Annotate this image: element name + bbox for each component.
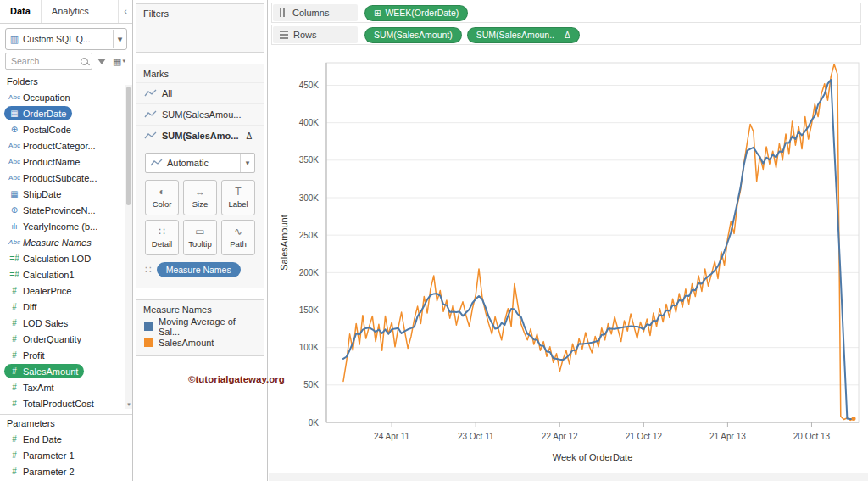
legend-item-salesamount[interactable]: SalesAmount [136, 334, 264, 350]
marks-card-item-sum-salesamo[interactable]: SUM(SalesAmo...Δ [136, 125, 264, 146]
marks-button-size[interactable]: ↔Size [183, 180, 217, 215]
field-measure-names[interactable]: AbcMeasure Names [0, 234, 132, 250]
field-yearlyincome-b[interactable]: ılıYearlyIncome (b... [0, 218, 132, 234]
salesamount-line[interactable] [343, 64, 854, 421]
columns-label-text: Columns [292, 8, 329, 18]
field-end-date[interactable]: #End Date [0, 431, 132, 447]
field-profit[interactable]: #Profit [0, 347, 132, 363]
data-pane: Data Analytics ‹ ▥ Custom SQL Q... ▾ ▦▾ … [0, 0, 133, 481]
marks-button-path[interactable]: ∿Path [221, 220, 255, 255]
pill-label: SUM(SalesAmount) [374, 30, 453, 40]
field-list: AbcOccupation▦OrderDate⊕PostalCodeAbcPro… [0, 89, 132, 411]
field-postalcode[interactable]: ⊕PostalCode [0, 121, 132, 137]
marks-button-detail[interactable]: ∷Detail [145, 220, 179, 255]
filters-card[interactable]: Filters [136, 3, 264, 53]
legend-item-moving-average-of-sal[interactable]: Moving Average of Sal... [136, 318, 264, 334]
filters-title: Filters [136, 4, 264, 22]
horizontal-scrollbar[interactable] [269, 473, 868, 481]
marks-item-label: All [162, 88, 172, 98]
marks-button-tooltip[interactable]: ▭Tooltip [183, 220, 217, 255]
search-input[interactable] [9, 55, 81, 67]
field-parameter-2[interactable]: #Parameter 2 [0, 463, 132, 479]
field-label: LOD Sales [23, 318, 68, 328]
datasource-caret-icon[interactable]: ▾ [113, 30, 126, 48]
y-tick-label: 250K [299, 231, 320, 240]
mark-type-caret-icon[interactable]: ▾ [240, 154, 254, 172]
field-lod-sales[interactable]: #LOD Sales [0, 315, 132, 331]
tab-analytics[interactable]: Analytics [41, 0, 118, 23]
search-icon [81, 58, 88, 65]
field-label: StateProvinceN... [23, 205, 96, 215]
color-icon: ◐ [159, 187, 164, 198]
moving-average-line[interactable] [343, 80, 854, 419]
field-diff[interactable]: #Diff [0, 299, 132, 315]
globe-icon: ⊕ [6, 205, 23, 215]
field-dealerprice[interactable]: #DealerPrice [0, 282, 132, 299]
field-calculation1[interactable]: =#Calculation1 [0, 266, 132, 282]
scrollbar-thumb[interactable] [126, 87, 131, 205]
datasource-icon: ▥ [6, 34, 23, 45]
field-orderdate[interactable]: ▦OrderDate [0, 105, 132, 121]
detail-icon: ∷ [159, 227, 165, 238]
marks-button-label: Size [192, 199, 208, 209]
marks-button-label[interactable]: TLabel [221, 180, 255, 215]
field-label: Calculation LOD [23, 254, 91, 264]
field-calculation-lod[interactable]: =#Calculation LOD [0, 250, 132, 266]
field-orderquantity[interactable]: #OrderQuantity [0, 331, 132, 347]
columns-pills: ⊞WEEK(OrderDate) [364, 5, 473, 21]
marks-item-label: SUM(SalesAmou... [162, 109, 242, 120]
field-shipdate[interactable]: ▦ShipDate [0, 186, 132, 202]
field-label: ProductSubcate... [23, 173, 97, 183]
abc-icon: Abc [6, 174, 23, 182]
fields-scrollbar[interactable]: ▾ [125, 85, 132, 409]
y-tick-label: 0K [309, 418, 320, 428]
calc-icon: =# [6, 270, 23, 279]
marks-button-label: Detail [152, 239, 172, 249]
hash-icon: # [6, 434, 23, 444]
field-parameter-1[interactable]: #Parameter 1 [0, 447, 132, 463]
shelf-pill-week-orderdate[interactable]: ⊞WEEK(OrderDate) [364, 5, 468, 21]
tab-data[interactable]: Data [0, 0, 41, 23]
field-productname[interactable]: AbcProductName [0, 154, 132, 170]
caret-down-icon: ▾ [122, 58, 125, 64]
datasource-selector[interactable]: ▥ Custom SQL Q... ▾ [5, 28, 127, 50]
marks-button-color[interactable]: ◐Color [145, 180, 179, 215]
sales-line-chart[interactable]: 0K50K100K150K200K250K300K350K400K450K24 … [270, 48, 867, 472]
marks-card-item-sum-salesamou[interactable]: SUM(SalesAmou... [136, 103, 264, 125]
mark-type-dropdown[interactable]: Automatic ▾ [145, 153, 255, 173]
hash-icon: # [6, 302, 23, 311]
hash-icon: # [6, 286, 23, 295]
field-label: OrderQuantity [23, 334, 81, 344]
field-occupation[interactable]: AbcOccupation [0, 89, 132, 105]
view-options-button[interactable]: ▦▾ [111, 53, 127, 70]
measure-names-pill[interactable]: Measure Names [157, 262, 241, 277]
legend-label: SalesAmount [159, 338, 214, 348]
x-tick-label: 21 Oct 12 [626, 432, 663, 441]
scroll-down-icon[interactable]: ▾ [125, 401, 132, 408]
rows-shelf[interactable]: Rows SUM(SalesAmount)SUM(SalesAmoun..Δ [271, 25, 861, 45]
search-box[interactable] [5, 53, 92, 70]
field-productcategor[interactable]: AbcProductCategor... [0, 137, 132, 154]
field-salesamount[interactable]: #SalesAmount [0, 363, 132, 379]
hash-icon: # [6, 450, 23, 460]
field-label: DealerPrice [23, 286, 71, 296]
hash-icon: # [6, 334, 23, 344]
field-stateprovincen[interactable]: ⊕StateProvinceN... [0, 202, 132, 218]
field-label: ProductName [23, 157, 80, 167]
marks-card-item-all[interactable]: All [136, 82, 264, 103]
hash-icon: # [6, 318, 23, 327]
columns-shelf[interactable]: Columns ⊞WEEK(OrderDate) [271, 3, 861, 23]
shelf-pill-sum-salesamount[interactable]: SUM(SalesAmount) [364, 27, 462, 43]
y-axis-title: SalesAmount [279, 215, 289, 270]
shelf-pill-sum-salesamoun[interactable]: SUM(SalesAmoun..Δ [467, 27, 580, 43]
collapse-pane-icon[interactable]: ‹ [118, 0, 132, 23]
last-point-marker[interactable] [852, 417, 856, 421]
y-tick-label: 450K [299, 81, 320, 90]
field-productsubcate[interactable]: AbcProductSubcate... [0, 170, 132, 186]
y-tick-label: 200K [299, 268, 320, 277]
datasource-name: Custom SQL Q... [23, 34, 113, 44]
field-totalproductcost[interactable]: #TotalProductCost [0, 395, 132, 411]
filter-fields-button[interactable] [96, 53, 108, 70]
field-taxamt[interactable]: #TaxAmt [0, 379, 132, 395]
field-label: Parameter 2 [23, 467, 75, 477]
